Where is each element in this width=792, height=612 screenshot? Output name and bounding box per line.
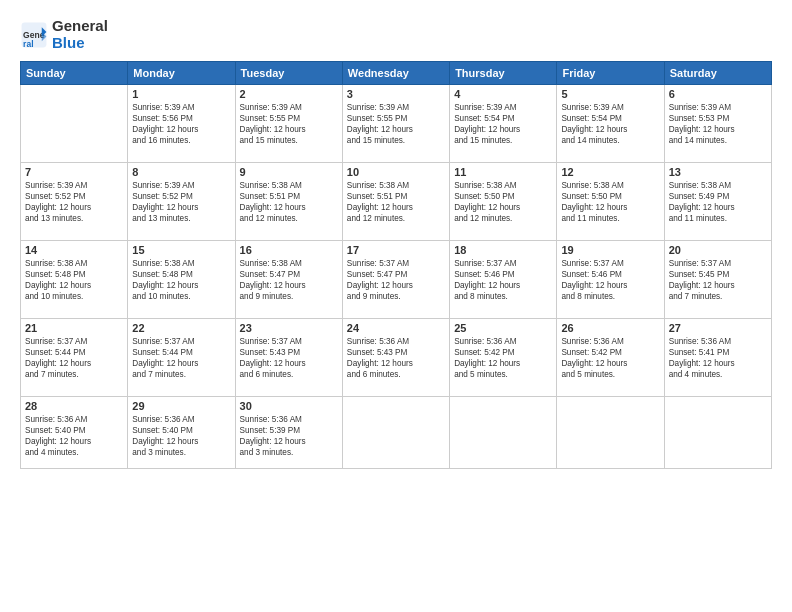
logo-icon: Gene ral — [20, 21, 48, 49]
calendar-cell: 13Sunrise: 5:38 AM Sunset: 5:49 PM Dayli… — [664, 163, 771, 241]
day-number: 15 — [132, 244, 230, 256]
day-number: 11 — [454, 166, 552, 178]
day-number: 23 — [240, 322, 338, 334]
calendar-cell: 9Sunrise: 5:38 AM Sunset: 5:51 PM Daylig… — [235, 163, 342, 241]
day-info: Sunrise: 5:39 AM Sunset: 5:55 PM Dayligh… — [240, 102, 338, 146]
calendar-cell: 5Sunrise: 5:39 AM Sunset: 5:54 PM Daylig… — [557, 85, 664, 163]
day-info: Sunrise: 5:36 AM Sunset: 5:39 PM Dayligh… — [240, 414, 338, 458]
day-number: 19 — [561, 244, 659, 256]
day-number: 9 — [240, 166, 338, 178]
day-number: 12 — [561, 166, 659, 178]
week-row-1: 1Sunrise: 5:39 AM Sunset: 5:56 PM Daylig… — [21, 85, 772, 163]
weekday-header-wednesday: Wednesday — [342, 62, 449, 85]
day-info: Sunrise: 5:39 AM Sunset: 5:52 PM Dayligh… — [132, 180, 230, 224]
day-info: Sunrise: 5:37 AM Sunset: 5:44 PM Dayligh… — [132, 336, 230, 380]
day-info: Sunrise: 5:38 AM Sunset: 5:50 PM Dayligh… — [454, 180, 552, 224]
day-number: 29 — [132, 400, 230, 412]
calendar-cell — [664, 397, 771, 469]
calendar-cell — [21, 85, 128, 163]
calendar-cell: 18Sunrise: 5:37 AM Sunset: 5:46 PM Dayli… — [450, 241, 557, 319]
header: Gene ral General Blue — [20, 18, 772, 51]
calendar-cell: 25Sunrise: 5:36 AM Sunset: 5:42 PM Dayli… — [450, 319, 557, 397]
weekday-header-saturday: Saturday — [664, 62, 771, 85]
week-row-3: 14Sunrise: 5:38 AM Sunset: 5:48 PM Dayli… — [21, 241, 772, 319]
day-info: Sunrise: 5:38 AM Sunset: 5:47 PM Dayligh… — [240, 258, 338, 302]
calendar-table: SundayMondayTuesdayWednesdayThursdayFrid… — [20, 61, 772, 469]
logo: Gene ral General Blue — [20, 18, 108, 51]
calendar-cell: 4Sunrise: 5:39 AM Sunset: 5:54 PM Daylig… — [450, 85, 557, 163]
calendar-cell: 15Sunrise: 5:38 AM Sunset: 5:48 PM Dayli… — [128, 241, 235, 319]
calendar-cell: 30Sunrise: 5:36 AM Sunset: 5:39 PM Dayli… — [235, 397, 342, 469]
day-number: 30 — [240, 400, 338, 412]
day-number: 3 — [347, 88, 445, 100]
day-number: 10 — [347, 166, 445, 178]
day-info: Sunrise: 5:39 AM Sunset: 5:52 PM Dayligh… — [25, 180, 123, 224]
day-number: 2 — [240, 88, 338, 100]
calendar-cell: 27Sunrise: 5:36 AM Sunset: 5:41 PM Dayli… — [664, 319, 771, 397]
day-info: Sunrise: 5:37 AM Sunset: 5:44 PM Dayligh… — [25, 336, 123, 380]
day-info: Sunrise: 5:36 AM Sunset: 5:42 PM Dayligh… — [561, 336, 659, 380]
calendar-cell: 26Sunrise: 5:36 AM Sunset: 5:42 PM Dayli… — [557, 319, 664, 397]
svg-text:ral: ral — [23, 38, 33, 48]
day-info: Sunrise: 5:38 AM Sunset: 5:48 PM Dayligh… — [132, 258, 230, 302]
day-info: Sunrise: 5:37 AM Sunset: 5:45 PM Dayligh… — [669, 258, 767, 302]
day-number: 27 — [669, 322, 767, 334]
day-info: Sunrise: 5:38 AM Sunset: 5:51 PM Dayligh… — [347, 180, 445, 224]
calendar-cell: 7Sunrise: 5:39 AM Sunset: 5:52 PM Daylig… — [21, 163, 128, 241]
logo-general: General — [52, 18, 108, 35]
weekday-header-monday: Monday — [128, 62, 235, 85]
calendar-cell: 24Sunrise: 5:36 AM Sunset: 5:43 PM Dayli… — [342, 319, 449, 397]
calendar-cell: 1Sunrise: 5:39 AM Sunset: 5:56 PM Daylig… — [128, 85, 235, 163]
week-row-4: 21Sunrise: 5:37 AM Sunset: 5:44 PM Dayli… — [21, 319, 772, 397]
logo-blue: Blue — [52, 35, 108, 52]
day-number: 17 — [347, 244, 445, 256]
weekday-header-sunday: Sunday — [21, 62, 128, 85]
calendar-cell — [557, 397, 664, 469]
week-row-2: 7Sunrise: 5:39 AM Sunset: 5:52 PM Daylig… — [21, 163, 772, 241]
day-info: Sunrise: 5:37 AM Sunset: 5:46 PM Dayligh… — [561, 258, 659, 302]
day-info: Sunrise: 5:39 AM Sunset: 5:54 PM Dayligh… — [561, 102, 659, 146]
day-number: 8 — [132, 166, 230, 178]
day-info: Sunrise: 5:36 AM Sunset: 5:42 PM Dayligh… — [454, 336, 552, 380]
day-info: Sunrise: 5:39 AM Sunset: 5:54 PM Dayligh… — [454, 102, 552, 146]
calendar-cell: 29Sunrise: 5:36 AM Sunset: 5:40 PM Dayli… — [128, 397, 235, 469]
day-number: 21 — [25, 322, 123, 334]
week-row-5: 28Sunrise: 5:36 AM Sunset: 5:40 PM Dayli… — [21, 397, 772, 469]
calendar-cell: 3Sunrise: 5:39 AM Sunset: 5:55 PM Daylig… — [342, 85, 449, 163]
day-info: Sunrise: 5:39 AM Sunset: 5:53 PM Dayligh… — [669, 102, 767, 146]
page: Gene ral General Blue SundayMondayTuesda… — [0, 0, 792, 612]
day-info: Sunrise: 5:36 AM Sunset: 5:43 PM Dayligh… — [347, 336, 445, 380]
calendar-cell: 28Sunrise: 5:36 AM Sunset: 5:40 PM Dayli… — [21, 397, 128, 469]
day-info: Sunrise: 5:36 AM Sunset: 5:40 PM Dayligh… — [25, 414, 123, 458]
day-number: 25 — [454, 322, 552, 334]
day-info: Sunrise: 5:38 AM Sunset: 5:51 PM Dayligh… — [240, 180, 338, 224]
calendar-cell: 19Sunrise: 5:37 AM Sunset: 5:46 PM Dayli… — [557, 241, 664, 319]
day-info: Sunrise: 5:38 AM Sunset: 5:48 PM Dayligh… — [25, 258, 123, 302]
day-number: 6 — [669, 88, 767, 100]
day-number: 24 — [347, 322, 445, 334]
day-number: 14 — [25, 244, 123, 256]
calendar-cell: 16Sunrise: 5:38 AM Sunset: 5:47 PM Dayli… — [235, 241, 342, 319]
calendar-cell: 10Sunrise: 5:38 AM Sunset: 5:51 PM Dayli… — [342, 163, 449, 241]
day-info: Sunrise: 5:37 AM Sunset: 5:47 PM Dayligh… — [347, 258, 445, 302]
day-info: Sunrise: 5:38 AM Sunset: 5:50 PM Dayligh… — [561, 180, 659, 224]
weekday-header-tuesday: Tuesday — [235, 62, 342, 85]
calendar-cell: 2Sunrise: 5:39 AM Sunset: 5:55 PM Daylig… — [235, 85, 342, 163]
day-number: 13 — [669, 166, 767, 178]
day-number: 4 — [454, 88, 552, 100]
calendar-cell — [450, 397, 557, 469]
day-number: 18 — [454, 244, 552, 256]
calendar-cell: 21Sunrise: 5:37 AM Sunset: 5:44 PM Dayli… — [21, 319, 128, 397]
day-number: 28 — [25, 400, 123, 412]
day-number: 22 — [132, 322, 230, 334]
calendar-cell: 23Sunrise: 5:37 AM Sunset: 5:43 PM Dayli… — [235, 319, 342, 397]
day-info: Sunrise: 5:37 AM Sunset: 5:43 PM Dayligh… — [240, 336, 338, 380]
day-info: Sunrise: 5:36 AM Sunset: 5:41 PM Dayligh… — [669, 336, 767, 380]
day-number: 20 — [669, 244, 767, 256]
day-info: Sunrise: 5:39 AM Sunset: 5:55 PM Dayligh… — [347, 102, 445, 146]
calendar-cell: 8Sunrise: 5:39 AM Sunset: 5:52 PM Daylig… — [128, 163, 235, 241]
calendar-cell: 6Sunrise: 5:39 AM Sunset: 5:53 PM Daylig… — [664, 85, 771, 163]
day-number: 16 — [240, 244, 338, 256]
calendar-cell: 22Sunrise: 5:37 AM Sunset: 5:44 PM Dayli… — [128, 319, 235, 397]
calendar-cell — [342, 397, 449, 469]
